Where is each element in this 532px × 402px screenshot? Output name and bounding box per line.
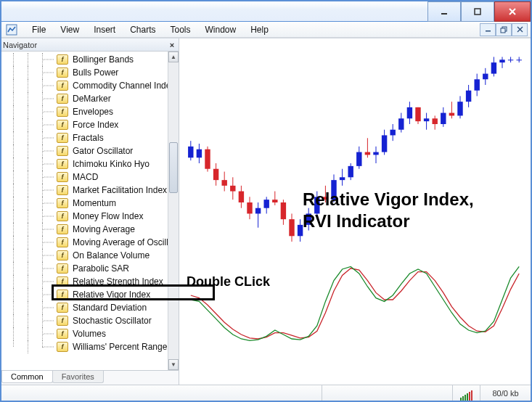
function-icon: f [57,263,68,274]
close-icon [507,7,517,17]
function-icon: f [57,276,68,287]
indicator-item[interactable]: fForce Index [1,118,168,131]
svg-rect-77 [483,74,488,80]
indicator-label: On Balance Volume [73,249,150,262]
indicator-label: Commodity Channel Index [73,79,168,92]
window-maximize-button[interactable] [461,1,494,22]
indicator-item[interactable]: fStochastic Oscillator [1,314,168,327]
svg-rect-19 [239,192,244,202]
status-bar: 80/0 kb [1,385,531,401]
scroll-up-button[interactable]: ▲ [168,52,179,62]
menu-charts[interactable]: Charts [123,23,163,36]
mdi-minimize-button[interactable] [480,23,496,36]
svg-rect-23 [255,208,261,214]
close-icon [517,26,523,33]
indicator-item[interactable]: fRelative Vigor Index [1,288,168,301]
function-icon: f [57,146,68,156]
indicator-item[interactable]: fDeMarker [1,92,168,105]
svg-rect-25 [263,200,269,208]
svg-rect-5 [501,28,505,33]
indicator-item[interactable]: fMoving Average [1,223,168,236]
indicator-label: Stochastic Oscillator [73,314,152,327]
function-icon: f [57,224,68,234]
menu-tools[interactable]: Tools [163,23,198,36]
svg-rect-73 [466,91,471,102]
svg-rect-47 [356,152,361,166]
indicator-item[interactable]: fBollinger Bands [1,53,168,66]
indicator-label: DeMarker [73,92,111,105]
navigator-scrollbar[interactable]: ▲ ▼ [168,52,179,370]
indicator-item[interactable]: fParabolic SAR [1,262,168,275]
indicator-item[interactable]: fRelative Strength Index [1,275,168,288]
indicator-item[interactable]: fVolumes [1,327,168,340]
svg-rect-65 [432,118,437,124]
indicator-item[interactable]: fMoney Flow Index [1,210,168,223]
titlebar [1,1,531,22]
indicator-label: Standard Deviation [73,301,147,314]
mdi-close-button[interactable] [512,23,528,36]
svg-rect-79 [491,62,496,73]
svg-rect-31 [289,219,294,236]
menu-help[interactable]: Help [243,23,276,36]
workspace: Navigator × fBollinger BandsfBulls Power… [1,38,531,385]
scroll-thumb[interactable] [169,142,178,193]
tab-common[interactable]: Common [1,371,53,383]
indicator-item[interactable]: fMomentum [1,197,168,210]
indicator-item[interactable]: fGator Oscillator [1,144,168,157]
indicator-label: Bollinger Bands [73,53,134,66]
menu-file[interactable]: File [25,23,53,36]
indicator-item[interactable]: fMarket Facilitation Index [1,184,168,197]
function-icon: f [57,211,68,221]
svg-rect-3 [486,30,491,32]
function-icon: f [57,303,68,313]
svg-rect-27 [272,200,277,202]
indicator-item[interactable]: fOn Balance Volume [1,249,168,262]
svg-rect-13 [213,169,218,180]
indicator-label: Ichimoku Kinko Hyo [73,157,150,171]
navigator-close-button[interactable]: × [167,40,177,50]
window-minimize-button[interactable] [427,1,461,22]
svg-rect-59 [407,107,412,118]
tab-favorites[interactable]: Favorites [52,371,104,383]
menu-window[interactable]: Window [198,23,244,36]
function-icon: f [57,54,68,65]
indicator-item[interactable]: fIchimoku Kinko Hyo [1,157,168,171]
function-icon: f [57,329,68,339]
chart-area[interactable]: Double CLick Relative Vigor Index, RVI I… [179,38,531,385]
indicator-label: Bulls Power [73,66,118,79]
svg-rect-55 [390,130,395,136]
indicator-item[interactable]: fEnvelopes [1,105,168,118]
menu-view[interactable]: View [53,23,86,36]
indicator-item[interactable]: fMACD [1,171,168,184]
app-icon [4,23,19,36]
indicator-label: Moving Average [73,223,135,236]
indicator-label: Relative Vigor Index [73,288,150,301]
status-panel-blank [322,385,452,401]
title-annotation-2: RVI Indicator [303,211,410,231]
indicator-item[interactable]: fFractals [1,131,168,144]
connection-meter [452,385,480,401]
mdi-restore-button[interactable] [496,23,512,36]
indicator-item[interactable]: fWilliams' Percent Range [1,340,168,353]
navigator-tabs: Common Favorites [1,370,179,385]
indicator-item[interactable]: fMoving Average of Oscillat [1,236,168,249]
svg-rect-83 [508,60,513,60]
navigator-header: Navigator × [1,38,179,52]
indicator-item[interactable]: fBulls Power [1,66,168,79]
svg-rect-71 [457,102,462,115]
indicator-label: Gator Oscillator [73,144,133,157]
scroll-down-button[interactable]: ▼ [168,359,179,370]
indicator-label: Parabolic SAR [73,262,129,275]
svg-rect-51 [373,152,378,155]
svg-rect-49 [365,152,370,155]
svg-rect-17 [230,186,235,192]
svg-rect-7 [188,147,193,157]
window-close-button[interactable] [494,1,531,22]
svg-rect-81 [499,60,504,62]
indicator-item[interactable]: fCommodity Channel Index [1,79,168,92]
indicator-item[interactable]: fStandard Deviation [1,301,168,314]
indicator-label: Relative Strength Index [73,275,163,288]
minimize-icon [485,26,491,33]
navigator-list[interactable]: fBollinger BandsfBulls PowerfCommodity C… [1,52,168,370]
menu-insert[interactable]: Insert [86,23,123,36]
